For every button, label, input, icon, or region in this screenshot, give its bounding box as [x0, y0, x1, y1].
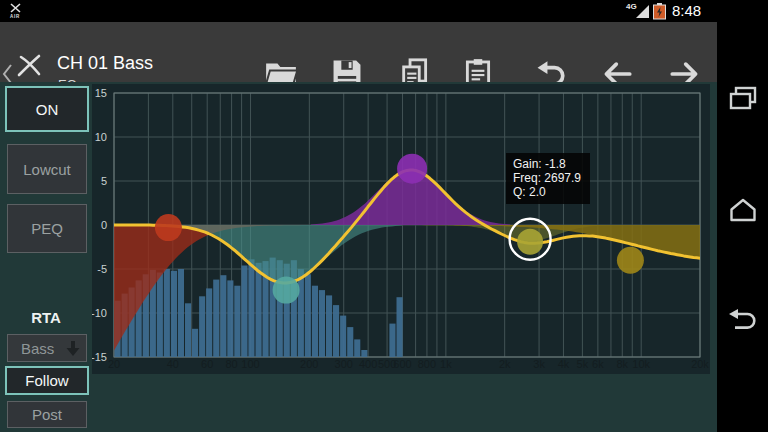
- peq-button[interactable]: PEQ: [7, 204, 87, 253]
- x-tick-label: 8k: [616, 358, 628, 370]
- x-air-app: AIR 4G 8:48 AIR CH 01 Bass EQ: [0, 0, 768, 432]
- home-button[interactable]: [727, 195, 759, 225]
- x-tick-label: 4k: [558, 358, 570, 370]
- rta-bar: [354, 339, 360, 357]
- home-icon: [727, 195, 759, 225]
- tooltip-q: Q: 2.0: [513, 185, 581, 199]
- status-bar: AIR 4G 8:48: [0, 0, 768, 22]
- rta-bar: [213, 280, 219, 357]
- rta-bar: [248, 259, 254, 357]
- eq-band-handle-high-shelf[interactable]: [617, 247, 644, 274]
- y-tick-label: -5: [97, 263, 107, 275]
- svg-text:AIR: AIR: [10, 14, 20, 19]
- x-tick-label: 60: [201, 358, 213, 370]
- rta-section-label: RTA: [0, 309, 92, 326]
- battery-charging-icon: [653, 3, 666, 20]
- clock: 8:48: [672, 2, 701, 19]
- rta-bar: [157, 273, 163, 358]
- x-tick-label: 10k: [632, 358, 650, 370]
- y-tick-label: -10: [92, 307, 107, 319]
- rta-bar: [397, 297, 403, 357]
- eq-curve-chart[interactable]: 204060801002003004005006008001k2k3k4k5k6…: [92, 84, 710, 374]
- rta-post-button[interactable]: Post: [7, 401, 87, 428]
- band-parameter-tooltip: Gain: -1.8 Freq: 2697.9 Q: 2.0: [506, 153, 590, 204]
- tooltip-freq: Freq: 2697.9: [513, 171, 581, 185]
- signal-strength-icon: [636, 5, 649, 18]
- x-tick-label: 20k: [691, 358, 709, 370]
- x-tick-label: 400: [359, 358, 377, 370]
- x-tick-label: 1k: [440, 358, 452, 370]
- x-tick-label: 800: [418, 358, 436, 370]
- rta-bar: [347, 327, 353, 357]
- x-tick-label: 100: [241, 358, 259, 370]
- rta-bar: [206, 288, 212, 357]
- rta-source-value: Bass: [21, 340, 54, 357]
- rta-bar: [326, 295, 332, 357]
- rta-bar: [178, 269, 184, 357]
- rta-bar: [298, 269, 304, 357]
- rta-bar: [171, 271, 177, 357]
- recent-apps-button[interactable]: [727, 84, 759, 114]
- back-icon: [727, 306, 759, 336]
- x-tick-label: 6k: [592, 358, 604, 370]
- toolbar: AIR CH 01 Bass EQ: [0, 22, 717, 82]
- y-tick-label: 0: [101, 219, 107, 231]
- eq-graph-pane: 204060801002003004005006008001k2k3k4k5k6…: [92, 84, 710, 374]
- channel-title: CH 01 Bass: [57, 53, 153, 74]
- lowcut-button[interactable]: Lowcut: [7, 144, 87, 194]
- x-tick-label: 5k: [577, 358, 589, 370]
- eq-band-handle-mid[interactable]: [397, 154, 427, 184]
- rta-bar: [234, 286, 240, 357]
- back-button[interactable]: [727, 306, 759, 336]
- x-tick-label: 300: [335, 358, 353, 370]
- recent-apps-icon: [727, 84, 759, 114]
- rta-bar: [312, 286, 318, 357]
- x-tick-label: 600: [393, 358, 411, 370]
- rta-bar: [192, 329, 198, 357]
- eq-band-handle-hi-mid-selected[interactable]: [517, 229, 543, 255]
- y-tick-label: 5: [101, 175, 107, 187]
- rta-bar: [305, 274, 311, 357]
- y-tick-label: 10: [95, 131, 107, 143]
- dropdown-arrow-icon: [66, 340, 80, 357]
- eq-band-handle-lowcut[interactable]: [155, 214, 182, 241]
- rta-bar: [227, 280, 233, 357]
- rta-bar: [164, 269, 170, 357]
- eq-band-handle-low-mid[interactable]: [273, 277, 300, 304]
- rta-bar: [241, 266, 247, 358]
- rta-bar: [256, 263, 262, 357]
- x-tick-label: 40: [167, 358, 179, 370]
- y-tick-label: -15: [92, 351, 107, 363]
- eq-on-button[interactable]: ON: [5, 86, 89, 132]
- rta-bar: [361, 350, 367, 357]
- android-nav-bar: [717, 22, 768, 432]
- x-tick-label: 3k: [533, 358, 545, 370]
- rta-bar: [340, 316, 346, 357]
- y-tick-label: 15: [95, 87, 107, 99]
- rta-bar: [319, 290, 325, 357]
- rta-bar: [333, 305, 339, 357]
- rta-bar: [199, 296, 205, 357]
- x-tick-label: 20: [108, 358, 120, 370]
- tooltip-gain: Gain: -1.8: [513, 157, 581, 171]
- x-tick-label: 2k: [499, 358, 511, 370]
- rta-follow-button[interactable]: Follow: [5, 366, 89, 395]
- x-air-notification-icon: AIR: [8, 2, 26, 20]
- rta-bar: [185, 303, 191, 357]
- rta-bar: [389, 324, 395, 357]
- rta-source-dropdown[interactable]: Bass: [7, 334, 87, 362]
- x-tick-label: 200: [300, 358, 318, 370]
- x-tick-label: 80: [225, 358, 237, 370]
- rta-bar: [220, 275, 226, 357]
